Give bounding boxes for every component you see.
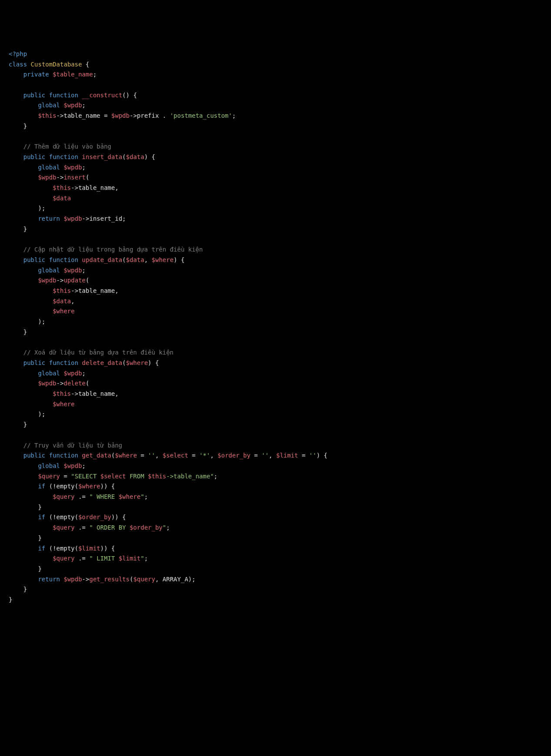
- code-line: public function get_data($where = '', $s…: [9, 451, 542, 461]
- variable: $this: [38, 112, 56, 119]
- paren: (: [49, 483, 53, 490]
- code-line: $this->table_name,: [9, 389, 542, 399]
- code-line: }: [9, 564, 542, 574]
- paren: ): [104, 483, 107, 490]
- code-line: $this->table_name,: [9, 183, 542, 193]
- property: prefix: [137, 112, 159, 119]
- brace: {: [324, 452, 327, 459]
- semicolon: ;: [192, 576, 196, 583]
- keyword-function: function: [49, 256, 78, 263]
- code-line: private $table_name;: [9, 70, 542, 80]
- keyword-function: function: [49, 452, 78, 459]
- string: '': [262, 452, 269, 459]
- variable: $wpdb: [63, 576, 82, 583]
- paren: ): [148, 359, 151, 366]
- method: insert: [63, 174, 86, 181]
- paren: (: [122, 359, 126, 366]
- arrow: ->: [129, 112, 137, 119]
- code-line: global $wpdb;: [9, 461, 542, 471]
- semicolon: ;: [144, 493, 148, 500]
- function-name: insert_data: [82, 153, 123, 160]
- equals: =: [137, 452, 148, 459]
- paren: ): [38, 205, 41, 212]
- string: '*': [199, 452, 210, 459]
- keyword-private: private: [23, 71, 49, 78]
- arrow: ->: [71, 184, 78, 191]
- paren: ): [173, 256, 177, 263]
- keyword-global: global: [38, 102, 60, 109]
- variable: $where: [152, 256, 174, 263]
- variable: $wpdb: [38, 380, 56, 387]
- property: table_name: [78, 184, 115, 191]
- code-line: if (!empty($where)) {: [9, 481, 542, 492]
- keyword-return: return: [38, 215, 60, 222]
- keyword-global: global: [38, 164, 60, 171]
- code-line: global $wpdb;: [9, 265, 542, 276]
- semicolon: ;: [82, 462, 86, 469]
- code-line: $query .= " WHERE $where";: [9, 492, 542, 502]
- arrow: ->: [71, 390, 78, 397]
- keyword-return: return: [38, 576, 60, 583]
- code-line: $query .= " ORDER BY $order_by";: [9, 523, 542, 533]
- concat-eq: .=: [75, 555, 90, 562]
- code-block: <?phpclass CustomDatabase { private $tab…: [9, 49, 542, 605]
- code-line: return $wpdb->insert_id;: [9, 214, 542, 224]
- string: " LIMIT: [89, 555, 118, 562]
- variable: $this: [53, 390, 71, 397]
- comment: // Xoá dữ liệu từ bảng dựa trên điều kiệ…: [23, 349, 174, 356]
- keyword-if: if: [38, 545, 45, 552]
- paren: ): [38, 411, 41, 418]
- equals: =: [188, 452, 199, 459]
- comma: ,: [144, 256, 148, 263]
- comma: ,: [269, 452, 272, 459]
- paren: (: [86, 277, 89, 284]
- code-line: $wpdb->delete(: [9, 378, 542, 389]
- arrow: ->: [82, 576, 90, 583]
- brace: }: [38, 565, 41, 572]
- code-line: );: [9, 203, 542, 214]
- variable: $wpdb: [63, 462, 82, 469]
- variable: $wpdb: [38, 174, 56, 181]
- constant: ARRAY_A: [163, 576, 188, 583]
- paren: (: [86, 174, 89, 181]
- code-line: }: [9, 224, 542, 235]
- function-name: update_data: [82, 256, 123, 263]
- variable: $select: [100, 473, 126, 480]
- comma: ,: [115, 184, 118, 191]
- comment: // Truy vấn dữ liệu từ bảng: [23, 442, 123, 449]
- code-line: $where: [9, 306, 542, 317]
- class-name: CustomDatabase: [31, 61, 82, 68]
- variable: $wpdb: [63, 164, 82, 171]
- code-line: // Truy vấn dữ liệu từ bảng: [9, 441, 542, 451]
- paren: (: [122, 153, 126, 160]
- variable: $wpdb: [111, 112, 129, 119]
- paren: ): [38, 318, 41, 325]
- brace: }: [23, 421, 27, 428]
- variable: $order_by: [78, 514, 111, 521]
- code-line: global $wpdb;: [9, 100, 542, 111]
- arrow: ->: [56, 174, 64, 181]
- property: insert_id: [89, 215, 122, 222]
- variable: $where: [53, 401, 75, 408]
- function-name: delete_data: [82, 359, 123, 366]
- code-line: $this->table_name = $wpdb->prefix . 'pos…: [9, 111, 542, 121]
- code-line: }: [9, 584, 542, 595]
- code-line: return $wpdb->get_results($query, ARRAY_…: [9, 574, 542, 585]
- brace: {: [122, 514, 126, 521]
- semicolon: ;: [82, 370, 86, 377]
- code-line: if (!empty($limit)) {: [9, 544, 542, 554]
- equals: =: [250, 452, 261, 459]
- variable: $where: [78, 483, 100, 490]
- string: 'postmeta_custom': [170, 112, 232, 119]
- keyword-if: if: [38, 514, 45, 521]
- equals: =: [60, 473, 71, 480]
- code-line: $query = "SELECT $select FROM $this->tab…: [9, 471, 542, 482]
- variable: $wpdb: [38, 277, 56, 284]
- code-line: public function insert_data($data) {: [9, 152, 542, 162]
- code-line: [9, 80, 542, 90]
- code-line: $data: [9, 193, 542, 204]
- keyword-global: global: [38, 267, 60, 274]
- semicolon: ;: [82, 267, 86, 274]
- not-empty: !empty: [53, 545, 75, 552]
- paren: (: [75, 483, 78, 490]
